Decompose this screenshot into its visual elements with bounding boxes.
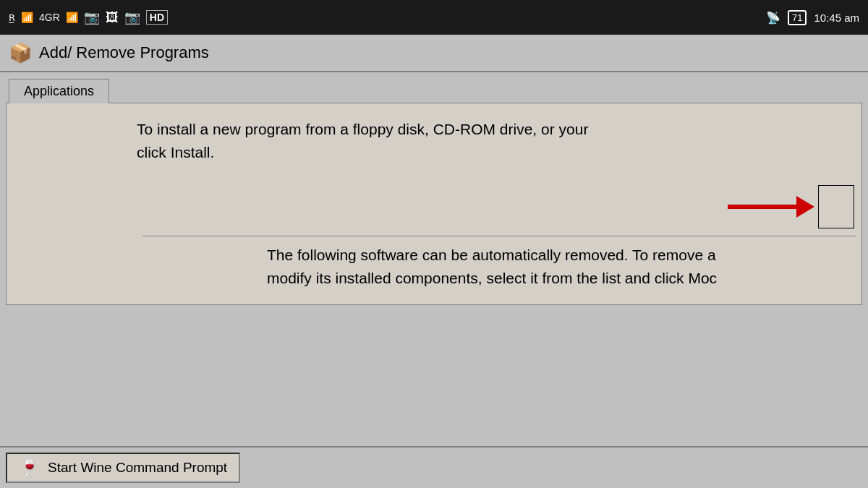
gallery-icon: 🖼 (106, 10, 119, 25)
status-bar: R̲ 📶 4GR 📶 📷 🖼 📷 HD 📡 71 10:45 am (0, 0, 868, 35)
signal-bars-1: 📶 (21, 12, 33, 23)
install-description: To install a new program from a floppy d… (137, 118, 861, 163)
section-divider (142, 236, 856, 236)
signal-icon-1: R̲ (9, 13, 15, 22)
status-right: 📡 71 10:45 am (766, 10, 859, 25)
battery-indicator: 71 (788, 10, 807, 25)
install-button-area (137, 185, 861, 228)
instagram-icon: 📷 (124, 9, 140, 25)
main-content: Applications To install a new program fr… (0, 72, 868, 446)
svg-marker-1 (796, 196, 814, 218)
red-arrow (728, 192, 814, 221)
install-button-box[interactable] (818, 185, 854, 228)
status-left: R̲ 📶 4GR 📶 📷 🖼 📷 HD (9, 9, 168, 25)
tab-content-area: To install a new program from a floppy d… (6, 103, 862, 305)
cast-icon: 📡 (766, 11, 780, 25)
tab-applications[interactable]: Applications (9, 79, 109, 103)
remove-description: The following software can be automatica… (137, 244, 861, 289)
window-title: Add/ Remove Programs (39, 43, 209, 62)
signal-bars-2: 📶 (66, 12, 78, 23)
battery-level: 71 (792, 12, 802, 23)
tab-bar: Applications (0, 72, 868, 103)
window-icon: 📦 (9, 42, 32, 64)
network-type: 4GR (39, 12, 60, 23)
hd-label: HD (146, 10, 168, 25)
install-section: To install a new program from a floppy d… (137, 118, 861, 163)
wine-icon: 🍷 (19, 458, 41, 478)
clock: 10:45 am (814, 12, 859, 24)
title-bar: 📦 Add/ Remove Programs (0, 35, 868, 72)
camera-icon: 📷 (84, 9, 100, 25)
taskbar-label: Start Wine Command Prompt (48, 460, 227, 476)
taskbar: 🍷 Start Wine Command Prompt (0, 446, 868, 488)
tab-applications-label: Applications (24, 84, 94, 98)
wine-command-prompt-button[interactable]: 🍷 Start Wine Command Prompt (6, 453, 240, 483)
